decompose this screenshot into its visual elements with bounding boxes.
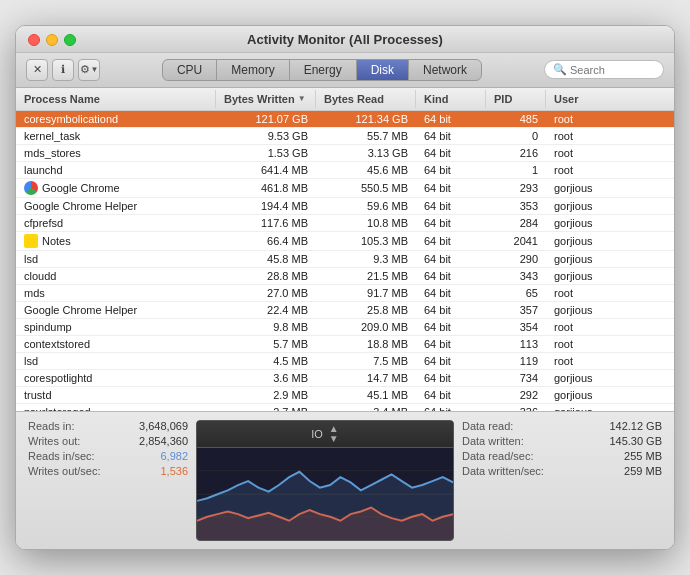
close-button[interactable]: [28, 34, 40, 46]
search-input[interactable]: [570, 64, 650, 76]
table-row[interactable]: Google Chrome Helper 22.4 MB 25.8 MB 64 …: [16, 302, 674, 319]
cell-pid: 113: [486, 336, 546, 352]
cell-kind: 64 bit: [416, 387, 486, 403]
cell-bytes-written: 117.6 MB: [216, 215, 316, 231]
cell-bytes-written: 121.07 GB: [216, 111, 316, 127]
cell-bytes-read: 55.7 MB: [316, 128, 416, 144]
col-kind[interactable]: Kind: [416, 90, 486, 108]
table-row[interactable]: kernel_task 9.53 GB 55.7 MB 64 bit 0 roo…: [16, 128, 674, 145]
app-icon: [24, 234, 38, 248]
cell-bytes-read: 550.5 MB: [316, 179, 416, 197]
table-row[interactable]: spindump 9.8 MB 209.0 MB 64 bit 354 root: [16, 319, 674, 336]
chart-label: IO: [311, 428, 323, 440]
maximize-button[interactable]: [64, 34, 76, 46]
titlebar: Activity Monitor (All Processes): [16, 26, 674, 53]
sort-arrow-icon: ▼: [298, 94, 306, 103]
table-row[interactable]: lsd 45.8 MB 9.3 MB 64 bit 290 gorjious: [16, 251, 674, 268]
cell-pid: 336: [486, 404, 546, 411]
col-bytes-written[interactable]: Bytes Written ▼: [216, 90, 316, 108]
data-read-sec-row: Data read/sec: 255 MB: [462, 450, 662, 462]
cell-bytes-read: 21.5 MB: [316, 268, 416, 284]
io-chart: IO ▲ ▼: [196, 420, 454, 542]
minimize-button[interactable]: [46, 34, 58, 46]
cell-process-name: contextstored: [16, 336, 216, 352]
cell-user: root: [546, 111, 626, 127]
cell-user: root: [546, 145, 626, 161]
data-read-row: Data read: 142.12 GB: [462, 420, 662, 432]
chart-sort-icon[interactable]: ▲ ▼: [329, 424, 339, 444]
col-pid[interactable]: PID: [486, 90, 546, 108]
table-row[interactable]: coresymbolicationd 121.07 GB 121.34 GB 6…: [16, 111, 674, 128]
cell-bytes-read: 209.0 MB: [316, 319, 416, 335]
cell-kind: 64 bit: [416, 232, 486, 250]
col-bytes-read[interactable]: Bytes Read: [316, 90, 416, 108]
cell-pid: 119: [486, 353, 546, 369]
search-box[interactable]: 🔍: [544, 60, 664, 79]
col-user[interactable]: User: [546, 90, 626, 108]
chart-header: IO ▲ ▼: [197, 421, 453, 448]
data-written-sec-label: Data written/sec:: [462, 465, 544, 477]
cell-pid: 357: [486, 302, 546, 318]
table-row[interactable]: nsurlstoraged 2.7 MB 3.4 MB 64 bit 336 g…: [16, 404, 674, 411]
table-row[interactable]: cfprefsd 117.6 MB 10.8 MB 64 bit 284 gor…: [16, 215, 674, 232]
reads-per-sec-row: Reads in/sec: 6,982: [28, 450, 188, 462]
cell-pid: 343: [486, 268, 546, 284]
cell-user: gorjious: [546, 302, 626, 318]
info-button[interactable]: ℹ: [52, 59, 74, 81]
toolbar: ✕ ℹ ⚙ ▼ CPU Memory Energy Disk Network 🔍: [16, 53, 674, 88]
table-row[interactable]: Google Chrome Helper 194.4 MB 59.6 MB 64…: [16, 198, 674, 215]
reads-in-row: Reads in: 3,648,069: [28, 420, 188, 432]
window-title: Activity Monitor (All Processes): [247, 32, 443, 47]
table-row[interactable]: launchd 641.4 MB 45.6 MB 64 bit 1 root: [16, 162, 674, 179]
cell-bytes-written: 66.4 MB: [216, 232, 316, 250]
table-row[interactable]: contextstored 5.7 MB 18.8 MB 64 bit 113 …: [16, 336, 674, 353]
col-process-name[interactable]: Process Name: [16, 90, 216, 108]
toolbar-left: ✕ ℹ ⚙ ▼: [26, 59, 100, 81]
cell-pid: 353: [486, 198, 546, 214]
cell-process-name: Notes: [16, 232, 216, 250]
table-row[interactable]: mds 27.0 MB 91.7 MB 64 bit 65 root: [16, 285, 674, 302]
table-row[interactable]: corespotlightd 3.6 MB 14.7 MB 64 bit 734…: [16, 370, 674, 387]
cell-process-name: coresymbolicationd: [16, 111, 216, 127]
search-icon: 🔍: [553, 63, 567, 76]
data-written-value: 145.30 GB: [609, 435, 662, 447]
tab-cpu[interactable]: CPU: [163, 60, 217, 80]
table-header: Process Name Bytes Written ▼ Bytes Read …: [16, 88, 674, 111]
cell-bytes-written: 9.8 MB: [216, 319, 316, 335]
gear-button[interactable]: ⚙ ▼: [78, 59, 100, 81]
cell-kind: 64 bit: [416, 370, 486, 386]
stop-button[interactable]: ✕: [26, 59, 48, 81]
reads-per-sec-value: 6,982: [160, 450, 188, 462]
table-row[interactable]: trustd 2.9 MB 45.1 MB 64 bit 292 gorjiou…: [16, 387, 674, 404]
cell-kind: 64 bit: [416, 162, 486, 178]
cell-pid: 292: [486, 387, 546, 403]
cell-user: gorjious: [546, 232, 626, 250]
tab-energy[interactable]: Energy: [290, 60, 357, 80]
tab-disk[interactable]: Disk: [357, 60, 409, 80]
tab-memory[interactable]: Memory: [217, 60, 289, 80]
cell-user: gorjious: [546, 370, 626, 386]
cell-bytes-read: 7.5 MB: [316, 353, 416, 369]
process-table: Process Name Bytes Written ▼ Bytes Read …: [16, 88, 674, 411]
cell-bytes-written: 27.0 MB: [216, 285, 316, 301]
cell-kind: 64 bit: [416, 302, 486, 318]
table-row[interactable]: mds_stores 1.53 GB 3.13 GB 64 bit 216 ro…: [16, 145, 674, 162]
table-row[interactable]: cloudd 28.8 MB 21.5 MB 64 bit 343 gorjio…: [16, 268, 674, 285]
cell-process-name: Google Chrome Helper: [16, 302, 216, 318]
cell-bytes-read: 45.1 MB: [316, 387, 416, 403]
cell-bytes-read: 45.6 MB: [316, 162, 416, 178]
cell-bytes-read: 3.4 MB: [316, 404, 416, 411]
tab-network[interactable]: Network: [409, 60, 481, 80]
data-written-sec-row: Data written/sec: 259 MB: [462, 465, 662, 477]
table-row[interactable]: lsd 4.5 MB 7.5 MB 64 bit 119 root: [16, 353, 674, 370]
cell-process-name: mds_stores: [16, 145, 216, 161]
cell-user: gorjious: [546, 387, 626, 403]
cell-process-name: lsd: [16, 353, 216, 369]
table-row[interactable]: Notes 66.4 MB 105.3 MB 64 bit 2041 gorji…: [16, 232, 674, 251]
cell-bytes-written: 1.53 GB: [216, 145, 316, 161]
activity-monitor-window: Activity Monitor (All Processes) ✕ ℹ ⚙ ▼…: [15, 25, 675, 551]
cell-bytes-written: 45.8 MB: [216, 251, 316, 267]
table-row[interactable]: Google Chrome 461.8 MB 550.5 MB 64 bit 2…: [16, 179, 674, 198]
cell-user: gorjious: [546, 179, 626, 197]
cell-pid: 216: [486, 145, 546, 161]
